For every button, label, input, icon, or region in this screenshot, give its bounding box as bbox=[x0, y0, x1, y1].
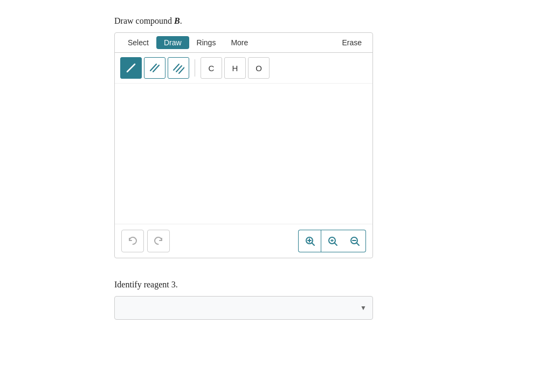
svg-point-10 bbox=[329, 237, 335, 244]
redo-button[interactable] bbox=[147, 230, 170, 252]
zoom-in-button[interactable] bbox=[298, 230, 321, 252]
svg-line-11 bbox=[335, 243, 337, 245]
double-bond-icon bbox=[149, 62, 161, 74]
identify-title: Identify reagent 3. bbox=[114, 280, 438, 290]
drawing-canvas[interactable] bbox=[115, 84, 372, 224]
zoom-fit-button[interactable] bbox=[321, 230, 343, 252]
zoom-out-button[interactable] bbox=[343, 230, 366, 252]
bond-tools-bar: C H O bbox=[115, 53, 372, 84]
zoom-buttons bbox=[298, 230, 366, 252]
tab-select[interactable]: Select bbox=[120, 36, 156, 49]
tab-more[interactable]: More bbox=[223, 36, 256, 49]
tab-draw[interactable]: Draw bbox=[156, 36, 189, 49]
bottom-toolbar bbox=[115, 224, 372, 258]
draw-panel: Select Draw Rings More Erase bbox=[114, 32, 373, 258]
single-bond-icon bbox=[125, 62, 137, 74]
double-bond-button[interactable] bbox=[144, 57, 165, 79]
oxygen-atom-button[interactable]: O bbox=[248, 57, 270, 79]
zoom-out-icon bbox=[349, 236, 360, 246]
draw-compound-title: Draw compound B. bbox=[114, 16, 438, 26]
history-buttons bbox=[121, 230, 170, 252]
redo-icon bbox=[153, 236, 164, 246]
identify-section: Identify reagent 3. ▼ bbox=[114, 280, 438, 320]
zoom-fit-icon bbox=[327, 236, 338, 246]
triple-bond-icon bbox=[172, 62, 184, 74]
single-bond-button[interactable] bbox=[120, 57, 142, 79]
undo-icon bbox=[127, 236, 138, 246]
zoom-in-icon bbox=[305, 236, 315, 246]
tab-rings[interactable]: Rings bbox=[189, 36, 224, 49]
svg-line-14 bbox=[357, 243, 359, 245]
triple-bond-button[interactable] bbox=[168, 57, 189, 79]
toolbar: Select Draw Rings More Erase bbox=[115, 33, 372, 53]
svg-line-9 bbox=[312, 243, 314, 245]
hydrogen-atom-button[interactable]: H bbox=[224, 57, 246, 79]
reagent-dropdown[interactable] bbox=[114, 296, 373, 320]
undo-button[interactable] bbox=[121, 230, 144, 252]
toolbar-separator bbox=[195, 59, 195, 77]
svg-line-0 bbox=[127, 64, 135, 72]
erase-button[interactable]: Erase bbox=[336, 36, 367, 49]
reagent-dropdown-container: ▼ bbox=[114, 296, 373, 320]
carbon-atom-button[interactable]: C bbox=[201, 57, 222, 79]
